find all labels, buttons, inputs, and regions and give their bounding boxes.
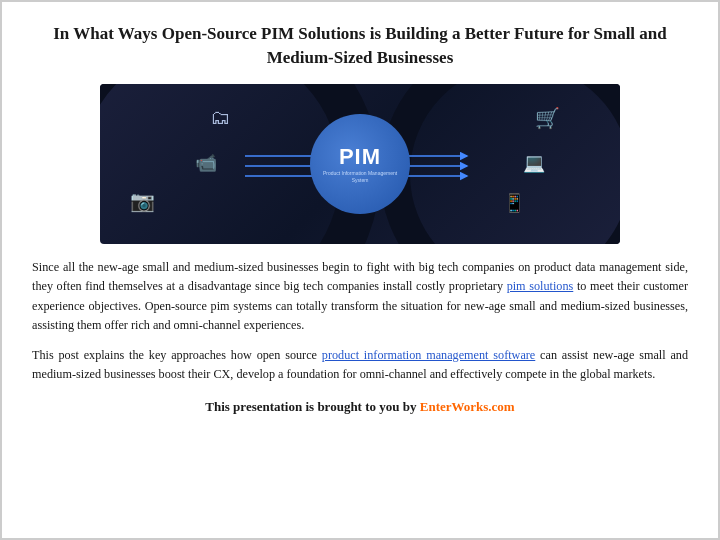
slide-title: In What Ways Open-Source PIM Solutions i…: [32, 22, 688, 70]
footer-prefix: This presentation is brought to you by: [205, 399, 419, 414]
cart-icon: 🛒: [535, 106, 560, 130]
paragraph-2-text: This post explains the key approaches ho…: [32, 348, 322, 362]
pim-circle: PIM Product Information Management Syste…: [310, 114, 410, 214]
camera-icon: 📷: [130, 189, 155, 213]
folder-icon: 🗂: [210, 106, 230, 129]
hero-image: 🗂 📹 📷 🛒 💻 📱: [100, 84, 620, 244]
pim-sublabel: Product Information Management System: [310, 170, 410, 183]
laptop-icon: 💻: [523, 152, 545, 174]
footer: This presentation is brought to you by E…: [32, 399, 688, 415]
video-icon: 📹: [195, 152, 217, 174]
pim-solutions-link[interactable]: pim solutions: [507, 279, 574, 293]
slide: In What Ways Open-Source PIM Solutions i…: [0, 0, 720, 540]
paragraph-2: This post explains the key approaches ho…: [32, 346, 688, 385]
pim-software-link[interactable]: product information management software: [322, 348, 535, 362]
pim-label: PIM: [339, 144, 381, 170]
paragraph-1: Since all the new-age small and medium-s…: [32, 258, 688, 336]
phone-icon: 📱: [503, 192, 525, 214]
footer-brand: EnterWorks.com: [420, 399, 515, 414]
